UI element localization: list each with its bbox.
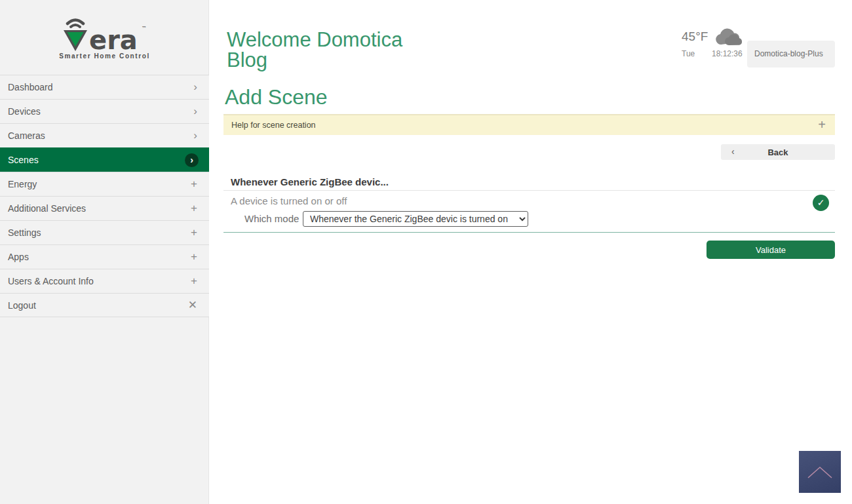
weather-temperature: 45°F — [682, 29, 708, 43]
trigger-description: A device is turned on or off — [231, 195, 347, 206]
sidebar-item-scenes[interactable]: Scenes › — [0, 147, 209, 172]
chevron-right-icon: › — [193, 75, 197, 100]
back-button-label: Back — [767, 147, 788, 157]
sidebar-item-label: Logout — [8, 300, 36, 311]
controller-selector[interactable]: Domotica-blog-Plus — [747, 41, 835, 68]
welcome-title: Welcome Domotica Blog — [227, 29, 443, 70]
chevron-up-icon — [799, 451, 841, 493]
weather-day: Tue — [682, 49, 695, 58]
vera-logo-mark: era ™ — [59, 14, 151, 52]
divider — [223, 190, 835, 191]
close-icon: ✕ — [188, 294, 197, 318]
plus-icon: + — [191, 172, 197, 197]
sidebar-item-label: Users & Account Info — [8, 276, 94, 286]
chevron-left-icon: ‹ — [731, 146, 735, 157]
sidebar-menu: Dashboard › Devices › Cameras › Scenes ›… — [0, 75, 209, 317]
sidebar-item-cameras[interactable]: Cameras › — [0, 123, 209, 147]
weather-time: 18:12:36 — [712, 49, 743, 58]
help-bar[interactable]: Help for scene creation + — [223, 114, 835, 135]
sidebar-item-devices[interactable]: Devices › — [0, 99, 209, 123]
cloud-icon — [713, 28, 743, 47]
chevron-right-circle-icon: › — [185, 153, 199, 167]
plus-icon: + — [191, 269, 197, 294]
help-bar-label: Help for scene creation — [231, 121, 316, 130]
sidebar-item-label: Additional Services — [8, 203, 86, 214]
plus-icon: + — [191, 197, 197, 221]
vera-app-window: era ™ Smarter Home Control Dashboard › D… — [0, 0, 852, 504]
validate-button[interactable]: Validate — [707, 241, 835, 259]
chevron-right-icon: › — [193, 100, 197, 124]
plus-icon: + — [191, 245, 197, 269]
vera-logo: era ™ Smarter Home Control — [0, 14, 209, 60]
scroll-to-top-button[interactable] — [799, 451, 841, 493]
plus-icon: + — [191, 221, 197, 245]
svg-text:era: era — [89, 25, 138, 52]
sidebar-item-label: Scenes — [8, 155, 39, 165]
sidebar-item-label: Settings — [8, 227, 41, 238]
sidebar-item-label: Energy — [8, 179, 37, 189]
sidebar-item-users-account-info[interactable]: Users & Account Info + — [0, 269, 209, 293]
mode-label: Which mode — [244, 213, 299, 224]
sidebar-item-label: Cameras — [8, 130, 45, 141]
brand-tagline: Smarter Home Control — [0, 52, 209, 60]
chevron-right-icon: › — [193, 124, 197, 148]
sidebar-item-energy[interactable]: Energy + — [0, 172, 209, 196]
sidebar-item-apps[interactable]: Apps + — [0, 244, 209, 269]
sidebar-item-additional-services[interactable]: Additional Services + — [0, 196, 209, 220]
mode-select[interactable]: Whenever the Generic ZigBee devic is tur… — [303, 211, 528, 227]
trigger-title: Whenever Generic ZigBee devic... — [231, 176, 389, 187]
sidebar-item-label: Dashboard — [8, 82, 53, 92]
sidebar-item-settings[interactable]: Settings + — [0, 220, 209, 244]
page-title: Add Scene — [225, 85, 328, 109]
trigger-valid-check-icon: ✓ — [813, 195, 829, 211]
back-button[interactable]: ‹ Back — [721, 144, 835, 160]
sidebar-item-dashboard[interactable]: Dashboard › — [0, 75, 209, 99]
sidebar-item-logout[interactable]: Logout ✕ — [0, 293, 209, 317]
section-separator — [223, 232, 835, 233]
sidebar-item-label: Devices — [8, 106, 41, 117]
sidebar: era ™ Smarter Home Control Dashboard › D… — [0, 0, 209, 504]
expand-help-icon[interactable]: + — [818, 117, 826, 132]
sidebar-item-label: Apps — [8, 252, 29, 262]
svg-text:™: ™ — [142, 26, 147, 31]
